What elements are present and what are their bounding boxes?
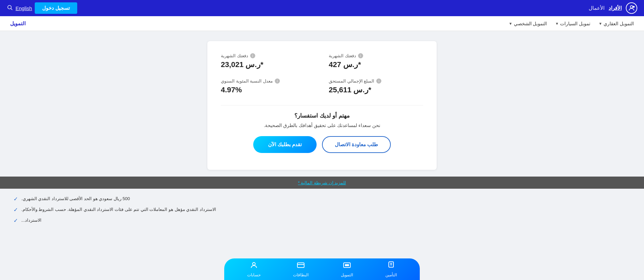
check-item-2: ✓ الاسترداد النقدي مؤهل هو المعاملات الت… bbox=[13, 206, 631, 213]
metric-value-4: 4.97% bbox=[221, 86, 242, 94]
second-nav-items: التمويل العقاري ▼ تمويل السيارات ▼ التمو… bbox=[509, 21, 634, 26]
cta-subtitle: نحن سعداء لمساعدتك على تحقيق أهدافك بالط… bbox=[221, 123, 423, 128]
info-icon-4[interactable]: i bbox=[275, 79, 280, 84]
metric-label-text-3: المبلغ الإجمالي المستحق bbox=[329, 79, 374, 84]
metric-label-text-4: معدل النسبة المئوية السنوي bbox=[221, 79, 273, 84]
metric-label-4: i معدل النسبة المئوية السنوي bbox=[221, 79, 280, 84]
metric-value-2: ر.س 23,021* bbox=[221, 60, 263, 69]
svg-point-2 bbox=[8, 5, 11, 9]
svg-point-0 bbox=[630, 6, 633, 8]
language-switch[interactable]: English bbox=[16, 5, 32, 11]
financing-label: التمويل bbox=[341, 273, 353, 277]
top-nav: الأفراد الأعمال تسجيل دخول English bbox=[0, 0, 644, 16]
svg-point-11 bbox=[253, 262, 255, 265]
nav-business[interactable]: الأعمال bbox=[589, 5, 605, 11]
dark-banner: للمزيد إن شريطة المالية * bbox=[0, 177, 644, 189]
divider bbox=[221, 105, 423, 105]
metric-label-1: i دفعتك الشهرية bbox=[329, 53, 363, 58]
dark-banner-link[interactable]: للمزيد إن شريطة المالية * bbox=[298, 180, 346, 185]
accounts-label: حسابات bbox=[247, 273, 261, 277]
metric-label-text-1: دفعتك الشهرية bbox=[329, 53, 356, 58]
cards-label: البطاقات bbox=[293, 273, 309, 277]
apply-now-button[interactable]: تقدم بطلبك الآن bbox=[253, 136, 317, 153]
login-button[interactable]: تسجيل دخول bbox=[35, 2, 77, 14]
metric-monthly-payment-2: i دفعتك الشهرية ر.س 23,021* bbox=[221, 53, 315, 69]
nav-car-label: تمويل السيارات bbox=[560, 21, 590, 26]
top-nav-right: الأفراد الأعمال bbox=[589, 2, 637, 14]
check-text-3: الاسترداد... bbox=[21, 217, 41, 224]
chevron-down-icon: ▼ bbox=[598, 22, 602, 26]
nav-personal-financing[interactable]: التمويل الشخصي ▼ bbox=[509, 21, 547, 26]
callback-button[interactable]: طلب معاودة الاتصال bbox=[322, 136, 391, 153]
nav-individuals[interactable]: الأفراد bbox=[609, 5, 622, 11]
metric-label-3: i المبلغ الإجمالي المستحق bbox=[329, 79, 381, 84]
check-icon-3: ✓ bbox=[13, 217, 18, 224]
bottom-nav-cards[interactable]: البطاقات bbox=[293, 261, 309, 277]
metrics-grid: i دفعتك الشهرية ر.س 427* i دفعتك الشهرية… bbox=[221, 53, 423, 94]
check-item-1: ✓ 500 ريال سعودي هو الحد الأقصى للاستردا… bbox=[13, 195, 631, 202]
metric-label-text-2: دفعتك الشهرية bbox=[221, 53, 248, 58]
info-icon-3[interactable]: i bbox=[376, 79, 381, 84]
bottom-nav-financing[interactable]: التمويل bbox=[341, 261, 353, 277]
check-icon-2: ✓ bbox=[13, 207, 18, 213]
chevron-down-icon: ▼ bbox=[509, 22, 513, 26]
svg-rect-8 bbox=[345, 264, 349, 266]
insurance-icon bbox=[387, 261, 395, 271]
cta-section: مهتم أو لديك استفسار؟ نحن سعداء لمساعدتك… bbox=[221, 112, 423, 153]
nav-real-estate-financing[interactable]: التمويل العقاري ▼ bbox=[598, 21, 634, 26]
bottom-nav-insurance[interactable]: التأمين bbox=[385, 261, 397, 277]
second-nav: التمويل العقاري ▼ تمويل السيارات ▼ التمو… bbox=[0, 16, 644, 31]
chevron-down-icon: ▼ bbox=[555, 22, 559, 26]
svg-line-3 bbox=[11, 8, 12, 10]
finance-card: i دفعتك الشهرية ر.س 427* i دفعتك الشهرية… bbox=[207, 41, 437, 170]
check-item-3: ✓ الاسترداد... bbox=[13, 217, 631, 224]
check-text-1: 500 ريال سعودي هو الحد الأقصى للاسترداد … bbox=[21, 195, 130, 202]
svg-rect-9 bbox=[297, 263, 304, 268]
metric-value-3: ر.س 25,611* bbox=[329, 86, 371, 94]
checklist-section: ✓ 500 ريال سعودي هو الحد الأقصى للاستردا… bbox=[0, 189, 644, 235]
search-icon[interactable] bbox=[7, 4, 13, 12]
second-nav-title: التمويل bbox=[10, 21, 26, 27]
nav-personal-label: التمويل الشخصي bbox=[514, 21, 547, 26]
metric-monthly-payment-1: i دفعتك الشهرية ر.س 427* bbox=[329, 53, 423, 69]
top-nav-left: تسجيل دخول English bbox=[7, 2, 77, 14]
metric-annual-rate: i معدل النسبة المئوية السنوي 4.97% bbox=[221, 79, 315, 94]
cards-icon bbox=[297, 261, 305, 271]
accounts-icon bbox=[250, 261, 258, 271]
cta-title: مهتم أو لديك استفسار؟ bbox=[221, 112, 423, 119]
metric-label-2: i دفعتك الشهرية bbox=[221, 53, 255, 58]
bottom-nav: التأمين التمويل البطاقات حسابات bbox=[224, 258, 420, 280]
bottom-nav-accounts[interactable]: حسابات bbox=[247, 261, 261, 277]
nav-real-estate-label: التمويل العقاري bbox=[604, 21, 634, 26]
check-text-2: الاسترداد النقدي مؤهل هو المعاملات التي … bbox=[21, 206, 216, 213]
metric-value-1: ر.س 427* bbox=[329, 60, 361, 69]
check-icon-1: ✓ bbox=[13, 196, 18, 202]
metric-total-amount: i المبلغ الإجمالي المستحق ر.س 25,611* bbox=[329, 79, 423, 94]
main-content: i دفعتك الشهرية ر.س 427* i دفعتك الشهرية… bbox=[0, 31, 644, 177]
info-icon-1[interactable]: i bbox=[358, 53, 363, 58]
info-icon-2[interactable]: i bbox=[250, 53, 255, 58]
cta-buttons: تقدم بطلبك الآن طلب معاودة الاتصال bbox=[221, 136, 423, 153]
insurance-label: التأمين bbox=[385, 273, 397, 277]
logo-icon[interactable] bbox=[626, 2, 637, 14]
financing-icon bbox=[343, 261, 351, 271]
nav-car-financing[interactable]: تمويل السيارات ▼ bbox=[555, 21, 590, 26]
